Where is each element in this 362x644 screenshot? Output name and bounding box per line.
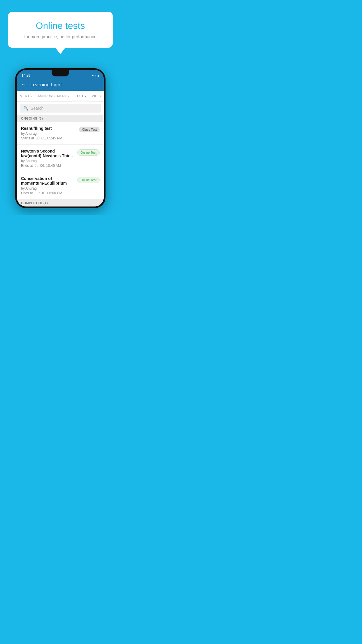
- test-badge-class: Class Test: [79, 127, 100, 132]
- speech-bubble: Online tests for more practice, better p…: [8, 12, 113, 48]
- test-time: Ends at Jun 10, 06:00 PM: [21, 191, 75, 195]
- test-by: by Anurag: [21, 186, 75, 190]
- completed-section-header: COMPLETED (1): [17, 200, 104, 206]
- signal-icon: ◂: [95, 74, 96, 77]
- tab-videos[interactable]: VIDEOS: [89, 91, 104, 101]
- test-info: Newton's Second law(contd)-Newton's Thir…: [21, 149, 75, 168]
- battery-icon: ▮: [97, 74, 99, 77]
- phone-notch: [52, 70, 69, 76]
- status-icons: ▾ ◂ ▮: [92, 74, 99, 77]
- test-time: Ends at Jul 06, 10:45 AM: [21, 164, 75, 168]
- hero-title: Online tests: [17, 20, 104, 31]
- tabs-bar: MENTS ANNOUNCEMENTS TESTS VIDEOS: [17, 91, 104, 102]
- tab-tests[interactable]: TESTS: [72, 91, 89, 101]
- tab-ments[interactable]: MENTS: [17, 91, 35, 101]
- app-header: ← Learning Light: [17, 79, 104, 91]
- test-by: by Anurag: [21, 132, 77, 136]
- test-list: Reshuffling test by Anurag Starts at Jul…: [17, 122, 104, 200]
- search-box[interactable]: 🔍 Search: [20, 104, 101, 113]
- app-title: Learning Light: [30, 82, 62, 88]
- test-item[interactable]: Newton's Second law(contd)-Newton's Thir…: [17, 145, 104, 172]
- wifi-icon: ▾: [92, 74, 94, 77]
- phone-screen: ← Learning Light MENTS ANNOUNCEMENTS TES…: [17, 79, 104, 206]
- hero-subtitle: for more practice, better performance: [17, 34, 104, 39]
- test-badge-online: Online Test: [77, 149, 100, 156]
- test-info: Conservation of momentum-Equilibrium by …: [21, 176, 75, 195]
- test-name: Reshuffling test: [21, 126, 77, 131]
- phone-notch-area: 14:29 ▾ ◂ ▮: [17, 70, 104, 79]
- test-item[interactable]: Reshuffling test by Anurag Starts at Jul…: [17, 122, 104, 145]
- test-by: by Anurag: [21, 159, 75, 163]
- hero-area: Online tests for more practice, better p…: [0, 0, 121, 54]
- phone-wrapper: 14:29 ▾ ◂ ▮ ← Learning Light MENTS ANNOU…: [0, 68, 121, 214]
- ongoing-section-header: ONGOING (3): [17, 115, 104, 122]
- test-time: Starts at Jul 05, 05:45 PM: [21, 136, 77, 140]
- test-name: Conservation of momentum-Equilibrium: [21, 176, 75, 186]
- search-input[interactable]: Search: [31, 106, 43, 111]
- search-icon: 🔍: [23, 106, 28, 111]
- phone: 14:29 ▾ ◂ ▮ ← Learning Light MENTS ANNOU…: [15, 68, 106, 208]
- tab-announcements[interactable]: ANNOUNCEMENTS: [35, 91, 72, 101]
- test-badge-online: Online Test: [77, 177, 100, 183]
- search-container: 🔍 Search: [17, 102, 104, 115]
- back-button[interactable]: ←: [21, 82, 26, 88]
- test-item[interactable]: Conservation of momentum-Equilibrium by …: [17, 172, 104, 200]
- status-time: 14:29: [22, 74, 30, 78]
- test-name: Newton's Second law(contd)-Newton's Thir…: [21, 149, 75, 158]
- test-info: Reshuffling test by Anurag Starts at Jul…: [21, 126, 77, 140]
- status-bar: 14:29 ▾ ◂ ▮: [22, 72, 99, 79]
